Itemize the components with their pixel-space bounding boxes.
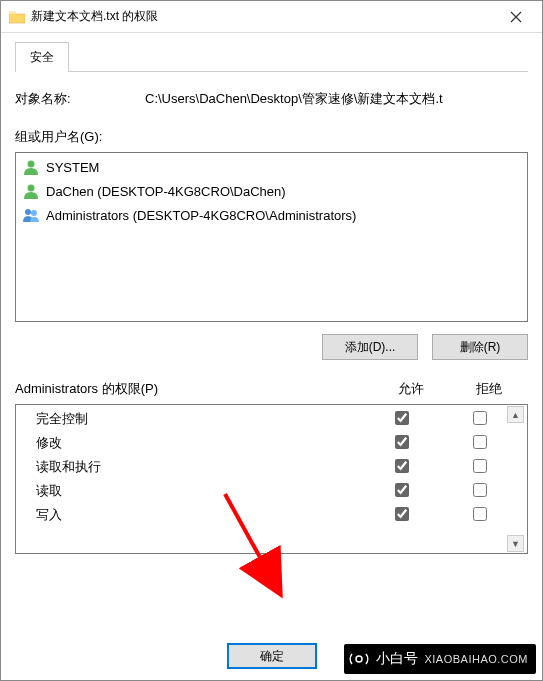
user-icon: [22, 158, 40, 176]
object-name-row: 对象名称: C:\Users\DaChen\Desktop\管家速修\新建文本文…: [15, 90, 528, 108]
user-name: SYSTEM: [46, 160, 99, 175]
user-list-item[interactable]: DaChen (DESKTOP-4KG8CRO\DaChen): [18, 179, 525, 203]
svg-point-5: [356, 656, 362, 662]
deny-header: 拒绝: [450, 380, 528, 398]
permission-name: 修改: [24, 434, 363, 452]
permissions-header: Administrators 的权限(P) 允许 拒绝: [15, 380, 528, 398]
allow-checkbox[interactable]: [395, 483, 409, 497]
permission-name: 写入: [24, 506, 363, 524]
scroll-up-icon[interactable]: ▲: [507, 406, 524, 423]
dialog-content: 安全 对象名称: C:\Users\DaChen\Desktop\管家速修\新建…: [1, 33, 542, 632]
deny-checkbox[interactable]: [473, 483, 487, 497]
ok-button[interactable]: 确定: [227, 643, 317, 669]
tab-security[interactable]: 安全: [15, 42, 69, 72]
permission-row: 写入: [16, 503, 527, 527]
user-name: Administrators (DESKTOP-4KG8CRO\Administ…: [46, 208, 356, 223]
permission-row: 读取: [16, 479, 527, 503]
remove-button[interactable]: 删除(R): [432, 334, 528, 360]
watermark-brand: 小白号: [376, 650, 418, 668]
deny-checkbox[interactable]: [473, 459, 487, 473]
user-buttons-row: 添加(D)... 删除(R): [15, 334, 528, 360]
svg-point-2: [25, 209, 31, 215]
watermark-domain: XIAOBAIHAO.COM: [424, 653, 528, 665]
groups-label: 组或用户名(G):: [15, 128, 528, 146]
permissions-label: Administrators 的权限(P): [15, 380, 372, 398]
allow-header: 允许: [372, 380, 450, 398]
permission-row: 完全控制: [16, 407, 527, 431]
watermark-logo-icon: [348, 648, 370, 670]
allow-checkbox[interactable]: [395, 435, 409, 449]
permission-name: 完全控制: [24, 410, 363, 428]
scroll-down-icon[interactable]: ▼: [507, 535, 524, 552]
deny-checkbox[interactable]: [473, 411, 487, 425]
user-list-item[interactable]: SYSTEM: [18, 155, 525, 179]
add-button[interactable]: 添加(D)...: [322, 334, 418, 360]
permission-name: 读取: [24, 482, 363, 500]
titlebar: 新建文本文档.txt 的权限: [1, 1, 542, 33]
allow-checkbox[interactable]: [395, 411, 409, 425]
svg-point-1: [28, 185, 35, 192]
permission-row: 读取和执行: [16, 455, 527, 479]
close-button[interactable]: [494, 2, 538, 32]
svg-point-0: [28, 161, 35, 168]
object-name-value: C:\Users\DaChen\Desktop\管家速修\新建文本文档.t: [145, 90, 528, 108]
user-list[interactable]: SYSTEMDaChen (DESKTOP-4KG8CRO\DaChen)Adm…: [15, 152, 528, 322]
deny-checkbox[interactable]: [473, 435, 487, 449]
permission-row: 修改: [16, 431, 527, 455]
permission-name: 读取和执行: [24, 458, 363, 476]
deny-checkbox[interactable]: [473, 507, 487, 521]
permissions-list: 完全控制修改读取和执行读取写入: [15, 404, 528, 554]
dialog-footer: 确定 小白号 XIAOBAIHAO.COM: [1, 632, 542, 680]
user-name: DaChen (DESKTOP-4KG8CRO\DaChen): [46, 184, 286, 199]
permissions-dialog: 新建文本文档.txt 的权限 安全 对象名称: C:\Users\DaChen\…: [0, 0, 543, 681]
user-list-item[interactable]: Administrators (DESKTOP-4KG8CRO\Administ…: [18, 203, 525, 227]
tab-strip: 安全: [15, 41, 528, 72]
svg-point-3: [31, 210, 37, 216]
folder-icon: [9, 10, 25, 24]
object-name-label: 对象名称:: [15, 90, 145, 108]
allow-checkbox[interactable]: [395, 459, 409, 473]
allow-checkbox[interactable]: [395, 507, 409, 521]
user-icon: [22, 182, 40, 200]
user-icon: [22, 206, 40, 224]
window-title: 新建文本文档.txt 的权限: [31, 8, 494, 25]
watermark-badge: 小白号 XIAOBAIHAO.COM: [344, 644, 536, 674]
